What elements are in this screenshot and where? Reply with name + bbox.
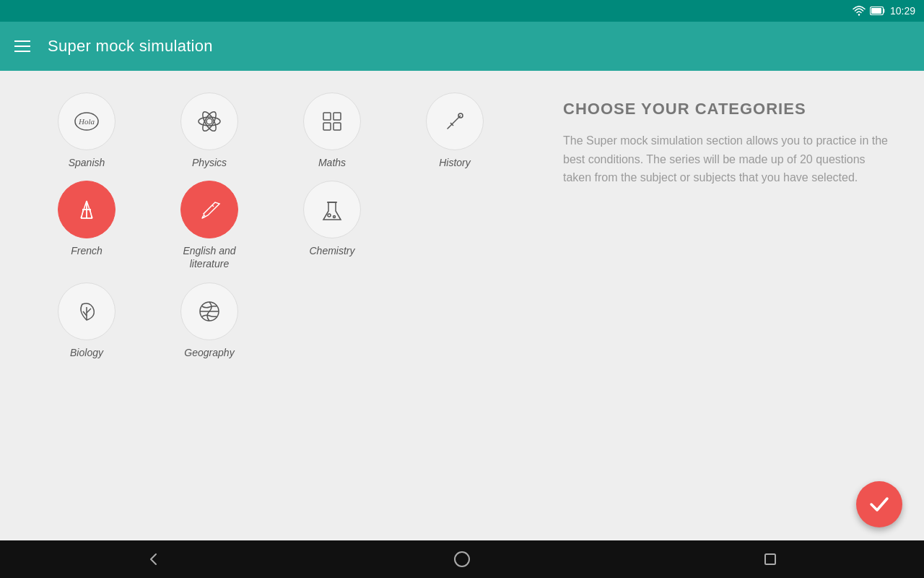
- nav-recents-button[interactable]: [762, 551, 779, 568]
- confirm-fab[interactable]: [856, 481, 902, 527]
- svg-line-29: [87, 309, 91, 313]
- biology-label: Biology: [70, 346, 103, 359]
- category-physics[interactable]: Physics: [152, 92, 267, 169]
- biology-circle: [58, 282, 116, 340]
- main-content: Hola Spanish Physics: [0, 71, 924, 540]
- category-french[interactable]: French: [29, 181, 144, 270]
- status-icons: 10:29: [853, 5, 915, 17]
- category-maths[interactable]: Maths: [274, 92, 390, 169]
- chemistry-label: Chemistry: [309, 244, 354, 257]
- category-biology[interactable]: Biology: [29, 282, 144, 359]
- toolbar: Super mock simulation: [0, 22, 924, 71]
- physics-label: Physics: [192, 156, 227, 169]
- maths-label: Maths: [318, 156, 346, 169]
- app-title: Super mock simulation: [48, 37, 213, 56]
- spanish-label: Spanish: [69, 156, 105, 169]
- status-bar: 10:29: [0, 0, 924, 22]
- time-display: 10:29: [890, 5, 915, 17]
- chemistry-icon: [318, 195, 346, 224]
- english-lit-icon: [195, 195, 224, 224]
- geography-circle: [180, 282, 238, 340]
- battery-icon: [870, 7, 886, 15]
- category-row-3: Biology Geography: [29, 282, 520, 359]
- geography-label: Geography: [184, 346, 234, 359]
- svg-point-0: [858, 14, 860, 15]
- nav-home-button[interactable]: [453, 551, 471, 568]
- home-icon: [453, 551, 471, 568]
- maths-icon: [318, 107, 346, 136]
- svg-point-5: [206, 118, 212, 124]
- svg-point-33: [455, 552, 469, 566]
- categories-panel: Hola Spanish Physics: [0, 71, 549, 540]
- checkmark-icon: [868, 493, 891, 516]
- history-circle: [426, 92, 484, 150]
- physics-circle: [180, 92, 238, 150]
- category-row-1: Hola Spanish Physics: [29, 92, 520, 169]
- chemistry-circle: [303, 181, 361, 238]
- svg-rect-9: [323, 113, 331, 120]
- svg-text:Hola: Hola: [78, 117, 95, 126]
- biology-icon: [72, 297, 101, 326]
- svg-rect-10: [334, 113, 341, 120]
- category-geography[interactable]: Geography: [152, 282, 267, 359]
- svg-line-16: [448, 127, 449, 129]
- physics-icon: [195, 107, 224, 136]
- menu-button[interactable]: [14, 40, 30, 52]
- svg-rect-11: [323, 123, 331, 130]
- svg-rect-34: [765, 554, 775, 564]
- english-lit-label: English and literature: [183, 244, 235, 270]
- category-row-2: French English and literature: [29, 181, 520, 270]
- category-chemistry[interactable]: Chemistry: [274, 181, 390, 270]
- back-icon: [145, 551, 162, 568]
- french-icon: [72, 195, 101, 224]
- maths-circle: [303, 92, 361, 150]
- history-label: History: [439, 156, 471, 169]
- french-circle: [58, 181, 116, 238]
- wifi-icon: [853, 6, 866, 16]
- info-description: The Super mock simulation section allows…: [563, 131, 895, 187]
- english-lit-circle: [180, 181, 238, 238]
- svg-line-24: [212, 205, 214, 207]
- category-history[interactable]: History: [397, 92, 513, 169]
- recents-icon: [762, 551, 779, 568]
- info-title: CHOOSE YOUR CATEGORIES: [563, 100, 895, 118]
- svg-rect-2: [871, 8, 881, 14]
- svg-rect-12: [334, 123, 341, 130]
- geography-icon: [195, 297, 224, 326]
- history-icon: [440, 107, 469, 136]
- svg-point-26: [328, 214, 331, 217]
- nav-bar: [0, 540, 924, 578]
- category-spanish[interactable]: Hola Spanish: [29, 92, 144, 169]
- french-label: French: [71, 244, 103, 257]
- nav-back-button[interactable]: [145, 551, 162, 568]
- spanish-circle: Hola: [58, 92, 116, 150]
- spanish-icon: Hola: [72, 107, 101, 136]
- category-english-lit[interactable]: English and literature: [152, 181, 267, 270]
- info-panel: CHOOSE YOUR CATEGORIES The Super mock si…: [549, 71, 924, 540]
- svg-point-27: [334, 216, 336, 218]
